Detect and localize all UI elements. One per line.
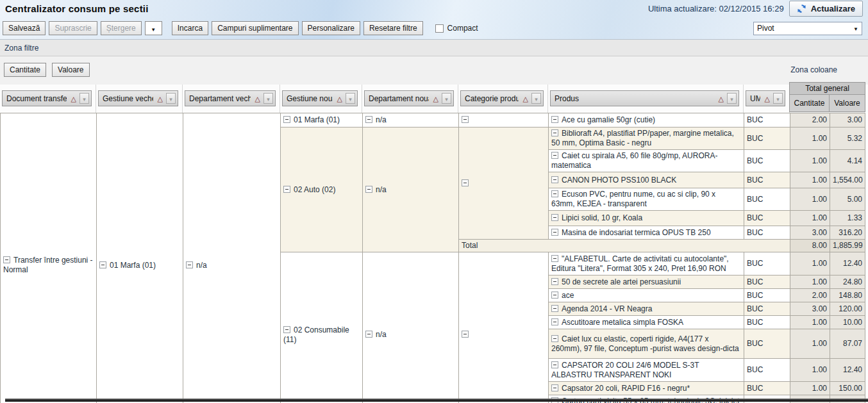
cantitate-cell: 2.00: [790, 113, 830, 127]
valoare-cell: 12.40: [830, 359, 865, 382]
column-label: Gestiune veche: [103, 94, 153, 103]
column-header-produs[interactable]: Produs: [550, 90, 739, 106]
collapse-icon[interactable]: [551, 190, 558, 197]
filter-dropdown-button[interactable]: [531, 93, 541, 104]
gestiune-noua-value: 01 Marfa (01): [294, 115, 340, 124]
collapse-icon[interactable]: [283, 326, 290, 333]
column-label: Gestiune noua: [287, 94, 333, 103]
filter-dropdown-button[interactable]: [346, 93, 355, 104]
collapse-icon[interactable]: [365, 186, 372, 193]
collapse-icon[interactable]: [99, 261, 106, 268]
header-cell: Departament noua: [362, 85, 458, 113]
valoare-cell: 12.40: [830, 252, 865, 276]
header-cell: Gestiune veche: [96, 85, 183, 113]
chevron-down-icon: [267, 94, 270, 103]
product-name-cell: Capsator 20 coli, RAPID F16 - negru*: [549, 382, 744, 395]
view-mode-select[interactable]: Pivot: [753, 22, 862, 35]
collapse-icon[interactable]: [365, 116, 372, 123]
column-header-strip: Document transfer Gestiune veche Departa…: [0, 85, 868, 113]
product-name-cell: Lipici solid, 10 gr, Koala: [549, 211, 744, 226]
um-cell: BUC: [744, 276, 790, 289]
column-header-gestiune-noua[interactable]: Gestiune noua: [282, 90, 358, 106]
collapse-icon[interactable]: [462, 116, 469, 123]
refresh-button-label: Actualizare: [811, 4, 855, 13]
compact-label: Compact: [447, 24, 478, 33]
collapse-icon[interactable]: [365, 331, 372, 338]
page-title: Centralizator consum pe sectii: [5, 3, 149, 14]
overwrite-button[interactable]: Suprascrie: [49, 21, 97, 35]
load-button[interactable]: Incarca: [172, 21, 208, 35]
collapse-icon[interactable]: [551, 255, 558, 262]
column-header-departament-veche[interactable]: Departament veche: [185, 90, 276, 106]
um-cell: BUC: [744, 172, 790, 188]
filter-dropdown-button[interactable]: [79, 93, 89, 104]
personalize-button[interactable]: Personalizare: [302, 21, 360, 35]
product-name-cell: Agenda 2014 - VR Neagra: [549, 302, 744, 316]
categorie-produs-group-cell: [459, 113, 549, 127]
gestiune-veche-cell: 01 Marfa (01): [97, 113, 183, 403]
total-general-label: Total general: [790, 83, 865, 95]
product-name-cell: CAPSATOR 20 COLI 24/6 MODEL S-3T ALBASTR…: [549, 359, 744, 382]
collapse-icon[interactable]: [462, 331, 469, 338]
pivot-grid: Transfer între gestiuni - Normal 01 Marf…: [0, 113, 868, 403]
delete-button[interactable]: Ștergere: [101, 21, 142, 35]
product-name-cell: Ascutitoare metalica simpla FOSKA: [549, 316, 744, 329]
collapse-icon[interactable]: [551, 335, 558, 342]
column-header-gestiune-veche[interactable]: Gestiune veche: [98, 90, 178, 106]
subtotal-cantitate-cell: 8.00: [790, 240, 830, 252]
column-label: Produs: [555, 94, 714, 103]
cantitate-cell: 1.00: [790, 316, 830, 329]
filter-dropdown-button[interactable]: [727, 93, 737, 104]
departament-noua-group-cell: n/a: [363, 113, 459, 127]
horizontal-scrollbar[interactable]: [5, 399, 868, 402]
save-button[interactable]: Salvează: [3, 21, 46, 35]
collapse-icon[interactable]: [551, 361, 558, 368]
collapse-icon[interactable]: [551, 384, 558, 391]
collapse-icon[interactable]: [551, 229, 558, 236]
product-name: Ecuson PVC, pentru nume, cu ac si clip, …: [551, 190, 715, 208]
collapse-icon[interactable]: [551, 116, 558, 123]
filter-dropdown-button[interactable]: [166, 93, 176, 104]
chevron-down-icon: [535, 94, 538, 103]
doc-transfer-cell: Transfer între gestiuni - Normal: [1, 113, 97, 403]
collapse-icon[interactable]: [462, 179, 469, 186]
collapse-icon[interactable]: [551, 278, 558, 285]
refresh-button[interactable]: Actualizare: [789, 1, 863, 17]
column-header-um[interactable]: UM: [746, 90, 785, 106]
collapse-icon[interactable]: [3, 256, 10, 263]
filter-dropdown-button[interactable]: [263, 93, 273, 104]
um-cell: BUC: [744, 289, 790, 302]
collapse-icon[interactable]: [551, 305, 558, 312]
reset-filters-button[interactable]: Resetare filtre: [363, 21, 423, 35]
product-name: CAPSATOR 20 COLI 24/6 MODEL S-3T ALBASTR…: [551, 361, 699, 379]
compact-checkbox[interactable]: [435, 24, 444, 33]
total-general-valoare-header: Valoare: [830, 95, 865, 111]
total-general-header: Total general Cantitate Valoare: [789, 82, 865, 112]
collapse-icon[interactable]: [551, 176, 558, 183]
valoare-cell: 24.80: [830, 276, 865, 289]
title-bar: Centralizator consum pe sectii Ultima ac…: [0, 0, 868, 17]
collapse-icon[interactable]: [283, 116, 290, 123]
saved-views-dropdown-button[interactable]: [145, 21, 162, 35]
collapse-icon[interactable]: [551, 214, 558, 221]
collapse-icon[interactable]: [551, 292, 558, 299]
collapse-icon[interactable]: [551, 129, 558, 136]
collapse-icon[interactable]: [283, 186, 290, 193]
measures-row: Cantitate Valoare Zona coloane: [0, 56, 868, 85]
collapse-icon[interactable]: [551, 152, 558, 159]
measure-button-valoare[interactable]: Valoare: [52, 63, 89, 77]
refresh-icon: [797, 4, 806, 13]
column-header-departament-noua[interactable]: Departament noua: [364, 90, 454, 106]
column-header-document-transfer[interactable]: Document transfer: [2, 90, 92, 106]
extra-fields-button[interactable]: Campuri suplimentare: [212, 21, 298, 35]
collapse-icon[interactable]: [551, 318, 558, 325]
cantitate-cell: 1.00: [790, 276, 830, 289]
valoare-cell: 5.00: [830, 188, 865, 211]
product-name-cell: CANON PHOTO PSS100 BLACK: [549, 172, 744, 188]
column-header-categorie-produs[interactable]: Categorie produs: [460, 90, 544, 106]
product-row: Transfer între gestiuni - Normal 01 Marf…: [1, 113, 865, 127]
filter-dropdown-button[interactable]: [442, 93, 451, 104]
filter-dropdown-button[interactable]: [773, 93, 783, 104]
collapse-icon[interactable]: [186, 261, 193, 268]
measure-button-cantitate[interactable]: Cantitate: [4, 63, 46, 77]
